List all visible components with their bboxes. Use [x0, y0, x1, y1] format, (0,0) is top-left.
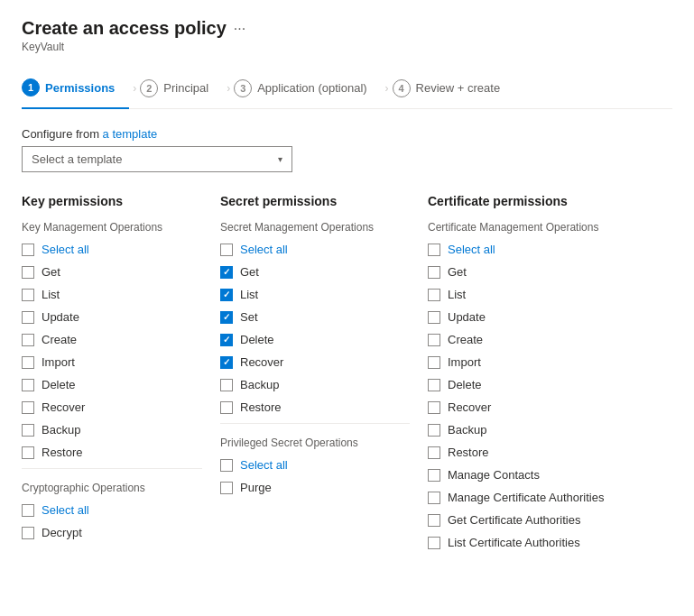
secret-s1-checkbox-3[interactable] [220, 311, 233, 324]
template-link[interactable]: a template [103, 127, 158, 141]
cert-s1-checkbox-12[interactable] [428, 514, 440, 527]
key-mgmt-ops-label: Key Management Operations [22, 221, 202, 234]
cert-s1-item-7[interactable]: Recover [428, 399, 654, 416]
cert-s1-checkbox-11[interactable] [428, 492, 440, 504]
step-label-review: Review + create [416, 81, 501, 95]
template-dropdown-text: Select a template [32, 152, 122, 166]
wizard-step-application[interactable]: 3 Application (optional) [234, 69, 381, 108]
key-s1-label-1: Get [42, 265, 60, 279]
cert-s1-checkbox-8[interactable] [428, 424, 440, 437]
cert-s1-item-5[interactable]: Import [428, 354, 654, 371]
secret-s2-item-0[interactable]: Select all [220, 456, 410, 473]
cert-s1-checkbox-0[interactable] [428, 244, 440, 256]
cert-s1-item-0[interactable]: Select all [428, 241, 654, 258]
secret-s1-item-0[interactable]: Select all [220, 241, 410, 258]
key-s1-item-5[interactable]: Import [22, 354, 202, 371]
key-s2-item-0[interactable]: Select all [22, 501, 202, 519]
cert-s1-item-10[interactable]: Manage Contacts [428, 466, 654, 483]
cert-s1-checkbox-5[interactable] [428, 356, 440, 369]
key-s1-checkbox-5[interactable] [22, 356, 34, 369]
secret-s1-label-3: Set [240, 310, 258, 324]
secret-s2-checkbox-0[interactable] [220, 459, 233, 472]
secret-s1-checkbox-5[interactable] [220, 356, 233, 369]
secret-s1-checkbox-6[interactable] [220, 379, 233, 391]
secret-s1-item-7[interactable]: Restore [220, 399, 410, 416]
secret-s1-checkbox-4[interactable] [220, 334, 233, 346]
template-dropdown[interactable]: Select a template ▾ [22, 146, 292, 172]
cert-s1-checkbox-4[interactable] [428, 334, 440, 346]
secret-s2-checkbox-1[interactable] [220, 482, 233, 494]
key-s1-checkbox-4[interactable] [22, 334, 34, 346]
key-s1-checkbox-8[interactable] [22, 424, 34, 437]
cert-s1-item-11[interactable]: Manage Certificate Authorities [428, 489, 654, 506]
key-s1-checkbox-6[interactable] [22, 379, 34, 391]
cert-s1-item-4[interactable]: Create [428, 331, 654, 348]
cert-s1-item-3[interactable]: Update [428, 308, 654, 326]
cert-s1-item-13[interactable]: List Certificate Authorities [428, 534, 654, 551]
key-s1-item-1[interactable]: Get [22, 263, 202, 280]
wizard-step-review[interactable]: 4 Review + create [393, 69, 515, 108]
step-sep-2: › [223, 82, 234, 95]
secret-s1-item-1[interactable]: Get [220, 263, 410, 280]
key-s1-label-3: Update [42, 310, 79, 324]
wizard-step-permissions[interactable]: 1 Permissions [22, 68, 129, 109]
cert-s1-checkbox-6[interactable] [428, 379, 440, 391]
secret-s1-label-6: Backup [240, 378, 279, 391]
key-s1-item-7[interactable]: Recover [22, 399, 202, 416]
cert-s1-checkbox-2[interactable] [428, 289, 440, 301]
key-s1-item-6[interactable]: Delete [22, 376, 202, 393]
more-options-icon[interactable]: ··· [234, 21, 245, 37]
secret-permissions-column: Secret permissions Secret Management Ope… [220, 194, 428, 556]
secret-s1-item-4[interactable]: Delete [220, 331, 410, 348]
key-s1-checkbox-2[interactable] [22, 289, 34, 301]
cert-s1-label-10: Manage Contacts [448, 468, 540, 482]
secret-s1-checkbox-2[interactable] [220, 289, 233, 301]
key-s1-item-4[interactable]: Create [22, 331, 202, 348]
key-s2-checkbox-1[interactable] [22, 527, 34, 539]
cert-s1-item-8[interactable]: Backup [428, 421, 654, 438]
key-s1-item-3[interactable]: Update [22, 308, 202, 326]
key-s1-label-0: Select all [42, 243, 89, 256]
secret-s1-item-5[interactable]: Recover [220, 354, 410, 371]
key-s1-item-8[interactable]: Backup [22, 421, 202, 438]
key-s1-checkbox-3[interactable] [22, 311, 34, 324]
cert-s1-item-2[interactable]: List [428, 286, 654, 303]
wizard-step-principal[interactable]: 2 Principal [140, 69, 223, 108]
key-s1-checkbox-9[interactable] [22, 446, 34, 459]
key-s1-checkbox-1[interactable] [22, 266, 34, 279]
cert-s1-checkbox-13[interactable] [428, 537, 440, 549]
secret-s1-label-2: List [240, 288, 258, 301]
cert-s1-checkbox-10[interactable] [428, 469, 440, 482]
cert-s1-label-3: Update [448, 310, 486, 324]
secret-s1-item-3[interactable]: Set [220, 308, 410, 326]
secret-s1-checkbox-1[interactable] [220, 266, 233, 279]
secret-s1-checkbox-7[interactable] [220, 401, 233, 414]
key-s1-label-9: Restore [42, 446, 83, 459]
secret-s1-item-2[interactable]: List [220, 286, 410, 303]
cert-s1-checkbox-9[interactable] [428, 446, 440, 459]
secret-s1-checkbox-0[interactable] [220, 244, 233, 256]
key-s2-checkbox-0[interactable] [22, 504, 34, 517]
cert-s1-item-6[interactable]: Delete [428, 376, 654, 393]
cert-s1-item-9[interactable]: Restore [428, 444, 654, 461]
cert-s1-item-12[interactable]: Get Certificate Authorities [428, 511, 654, 529]
step-sep-3: › [382, 82, 393, 95]
secret-s1-item-6[interactable]: Backup [220, 376, 410, 393]
key-s1-item-2[interactable]: List [22, 286, 202, 303]
cert-s1-checkbox-1[interactable] [428, 266, 440, 279]
key-s1-checkbox-7[interactable] [22, 401, 34, 414]
cert-s1-checkbox-3[interactable] [428, 311, 440, 324]
cert-s1-label-0: Select all [448, 243, 495, 256]
secret-s1-label-0: Select all [240, 243, 288, 256]
cert-s1-label-5: Import [448, 355, 481, 369]
key-s1-label-2: List [42, 288, 60, 301]
key-s1-item-9[interactable]: Restore [22, 444, 202, 461]
cert-s1-item-1[interactable]: Get [428, 263, 654, 280]
key-permissions-column: Key permissions Key Management Operation… [22, 194, 220, 556]
secret-s2-item-1[interactable]: Purge [220, 479, 410, 496]
cert-s1-checkbox-7[interactable] [428, 401, 440, 414]
key-s2-item-1[interactable]: Decrypt [22, 524, 202, 541]
cert-s1-label-7: Recover [448, 400, 491, 414]
key-s1-item-0[interactable]: Select all [22, 241, 202, 258]
key-s1-checkbox-0[interactable] [22, 244, 34, 256]
